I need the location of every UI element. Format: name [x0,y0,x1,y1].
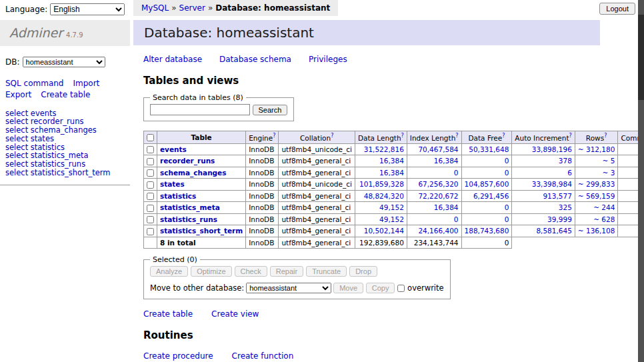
search-input[interactable] [150,104,250,115]
auto-increment-link[interactable]: 39,999 [547,215,572,223]
table-name-link[interactable]: events [160,145,187,153]
search-button[interactable]: Search [253,105,288,115]
row-checkbox[interactable] [147,169,154,177]
table-name-link[interactable]: states [160,180,185,188]
create-procedure-link[interactable]: Create procedure [143,351,213,361]
page-scrollbar[interactable] [638,0,644,362]
rows-count-link[interactable]: ~ 299,833 [578,180,615,188]
alter-database-link[interactable]: Alter database [143,55,202,64]
scrollbar-thumb[interactable] [638,15,644,100]
language-select[interactable]: English [50,3,125,15]
data-length-link[interactable]: 101,859,328 [359,180,404,188]
rows-count-link[interactable]: ~ 244 [593,203,615,211]
table-name-link[interactable]: statistics_meta [160,203,220,211]
index-length-link[interactable]: 70,467,584 [418,145,458,153]
data-free-link[interactable]: 0 [505,157,509,165]
breadcrumb-server-link[interactable]: Server [179,3,205,13]
index-length-link[interactable]: 0 [454,215,459,223]
row-checkbox[interactable] [147,158,154,165]
auto-increment-link[interactable]: 6 [567,169,572,177]
row-checkbox[interactable] [147,205,154,212]
help-link[interactable]: ? [455,133,458,139]
rows-count-link[interactable]: ~ 569,159 [578,192,615,200]
rows-count-link[interactable]: ~ 3 [603,169,615,177]
rows-count-link[interactable]: ~ 5 [603,157,615,165]
optimize-button[interactable]: Optimize [191,266,231,277]
table-name-link[interactable]: statistics [160,192,196,200]
data-free-link[interactable]: 104,857,600 [465,180,509,188]
sidebar-table-link[interactable]: select statistics_short_term [5,169,130,177]
sidebar-table-link[interactable]: select statistics_runs [5,160,130,169]
row-checkbox[interactable] [147,216,154,223]
data-free-link[interactable]: 50,331,648 [469,145,509,153]
help-link[interactable]: ? [604,133,607,139]
auto-increment-link[interactable]: 8,581,645 [536,227,571,235]
help-link[interactable]: ? [569,133,572,139]
row-checkbox[interactable] [147,193,154,200]
sidebar-link-create-table[interactable]: Create table [41,90,90,99]
data-length-link[interactable]: 16,384 [379,157,404,165]
data-free-link[interactable]: 0 [505,215,509,223]
sidebar-link-import[interactable]: Import [73,79,99,88]
rows-count-link[interactable]: ~ 628 [593,215,615,223]
index-length-link[interactable]: 16,384 [434,203,459,211]
index-length-link[interactable]: 67,256,320 [418,180,458,188]
auto-increment-link[interactable]: 33,398,984 [532,180,572,188]
row-checkbox[interactable] [147,228,154,235]
data-free-link[interactable]: 0 [505,203,509,211]
analyze-button[interactable]: Analyze [150,266,188,277]
sidebar-link-export[interactable]: Export [5,90,31,99]
truncate-button[interactable]: Truncate [306,266,347,277]
db-select[interactable]: homeassistant [23,57,105,67]
data-length-link[interactable]: 16,384 [379,169,404,177]
create-view-link[interactable]: Create view [211,309,259,319]
app-name[interactable]: Adminer [9,25,63,40]
copy-button[interactable]: Copy [366,283,395,293]
create-function-link[interactable]: Create function [232,351,294,361]
privileges-link[interactable]: Privileges [309,55,347,64]
auto-increment-link[interactable]: 325 [559,203,572,211]
rows-count-link[interactable]: ~ 312,180 [578,145,615,153]
table-name-link[interactable]: recorder_runs [160,157,215,165]
data-length-link[interactable]: 10,502,144 [364,227,404,235]
data-free-link[interactable]: 6,291,456 [473,192,509,200]
table-name-link[interactable]: statistics_runs [160,215,217,223]
auto-increment-link[interactable]: 33,898,196 [532,145,572,153]
help-link[interactable]: ? [401,133,404,139]
repair-button[interactable]: Repair [270,266,303,277]
check-button[interactable]: Check [235,266,267,277]
data-length-link[interactable]: 49,152 [379,215,404,223]
data-length-link[interactable]: 31,522,816 [364,145,404,153]
help-link[interactable]: ? [331,133,333,139]
rows-count-link[interactable]: ~ 136,108 [578,227,615,235]
row-checkbox[interactable] [147,181,154,189]
logout-button[interactable]: Logout [599,3,635,15]
data-free-link[interactable]: 188,743,680 [465,227,509,235]
index-length-link[interactable]: 72,220,672 [418,192,458,200]
move-db-select[interactable]: homeassistant [246,283,331,293]
table-name-link[interactable]: schema_changes [160,169,227,177]
auto-increment-link[interactable]: 378 [559,157,572,165]
help-link[interactable]: ? [502,133,505,139]
breadcrumb-mysql-link[interactable]: MySQL [141,3,169,13]
index-length-link[interactable]: 0 [454,169,459,177]
data-length-link[interactable]: 48,824,320 [364,192,404,200]
data-length-link[interactable]: 49,152 [379,203,404,211]
row-checkbox[interactable] [147,146,154,153]
move-button[interactable]: Move [333,283,363,293]
index-length-link[interactable]: 24,166,400 [418,227,458,235]
overwrite-checkbox[interactable] [397,285,405,292]
table-name-link[interactable]: statistics_short_term [160,227,243,235]
database-schema-link[interactable]: Database schema [219,55,291,64]
drop-button[interactable]: Drop [349,266,377,277]
auto-increment-link[interactable]: 913,577 [543,192,571,200]
index-length-link[interactable]: 16,384 [434,157,459,165]
data-free-link[interactable]: 0 [505,169,509,177]
sidebar-link-sql-command[interactable]: SQL command [5,79,63,88]
select-all-checkbox[interactable] [147,134,154,141]
sidebar-table-link[interactable]: select states [5,135,130,143]
create-table-link[interactable]: Create table [143,309,193,319]
sidebar-table-link[interactable]: select schema_changes [5,126,130,135]
help-link[interactable]: ? [273,133,275,139]
collation-cell: utf8mb4_unicode_ci [279,143,355,155]
